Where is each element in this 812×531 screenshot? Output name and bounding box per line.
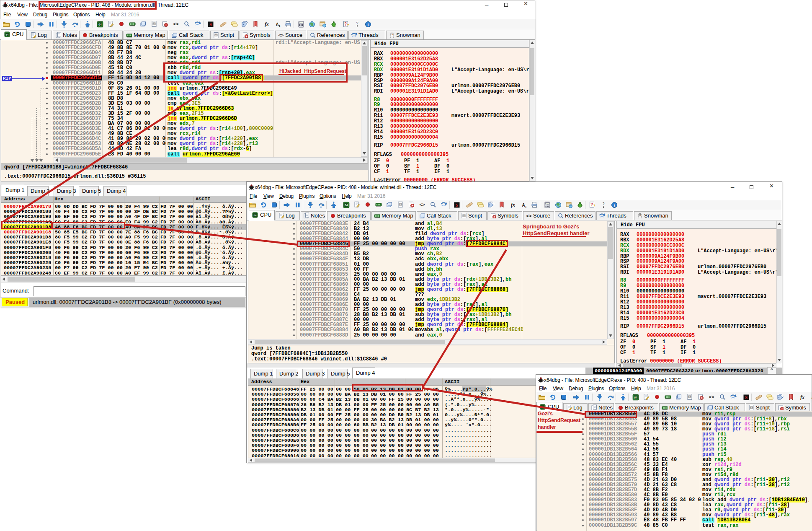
svg-text:z: z: [525, 205, 527, 208]
svg-text:64: 64: [6, 34, 9, 36]
svg-text:<>: <>: [419, 202, 425, 207]
svg-text:<>: <>: [399, 203, 402, 206]
svg-text:<>: <>: [215, 34, 217, 36]
svg-text:fx: fx: [511, 202, 515, 208]
svg-text:A: A: [522, 203, 525, 207]
svg-text:<>: <>: [463, 215, 465, 217]
svg-text:<>: <>: [173, 22, 179, 27]
svg-text:<>: <>: [709, 395, 714, 400]
svg-text:?: ?: [344, 22, 347, 26]
svg-text:S: S: [209, 22, 212, 27]
svg-text:S: S: [745, 395, 748, 400]
svg-text:<>: <>: [153, 23, 155, 25]
svg-text:?: ?: [590, 202, 593, 207]
svg-text:fx: fx: [800, 394, 804, 400]
svg-text:?: ?: [347, 23, 349, 27]
svg-text:<>: <>: [688, 396, 691, 398]
svg-text:?: ?: [602, 202, 604, 206]
svg-text:i: i: [368, 22, 369, 27]
svg-text:i: i: [614, 203, 615, 207]
svg-text:A: A: [276, 22, 278, 27]
svg-text:<>: <>: [750, 407, 753, 409]
svg-text:fx: fx: [265, 21, 269, 27]
svg-text:64: 64: [345, 204, 348, 207]
svg-text:z: z: [279, 24, 281, 27]
svg-text:<>: <>: [526, 214, 531, 218]
svg-text:64: 64: [254, 214, 257, 217]
svg-text:64: 64: [98, 23, 102, 26]
svg-text:?: ?: [593, 204, 595, 208]
svg-text:?: ?: [356, 21, 358, 25]
svg-text:<>: <>: [278, 33, 284, 38]
svg-text:S: S: [456, 202, 458, 207]
svg-text:64: 64: [541, 406, 544, 409]
svg-text:64: 64: [634, 396, 637, 399]
